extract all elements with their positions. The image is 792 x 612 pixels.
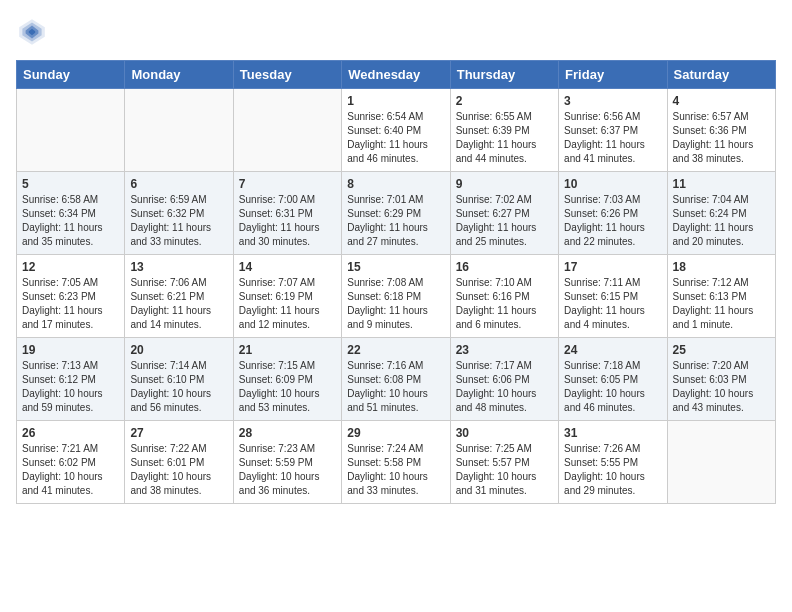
calendar-cell: 27Sunrise: 7:22 AMSunset: 6:01 PMDayligh…: [125, 421, 233, 504]
day-info: Sunrise: 7:22 AMSunset: 6:01 PMDaylight:…: [130, 442, 227, 498]
day-number: 19: [22, 343, 119, 357]
calendar-week-row: 26Sunrise: 7:21 AMSunset: 6:02 PMDayligh…: [17, 421, 776, 504]
day-info: Sunrise: 6:55 AMSunset: 6:39 PMDaylight:…: [456, 110, 553, 166]
logo: [16, 16, 52, 48]
day-number: 17: [564, 260, 661, 274]
day-number: 2: [456, 94, 553, 108]
day-info: Sunrise: 7:13 AMSunset: 6:12 PMDaylight:…: [22, 359, 119, 415]
calendar-cell: 2Sunrise: 6:55 AMSunset: 6:39 PMDaylight…: [450, 89, 558, 172]
calendar-cell: 23Sunrise: 7:17 AMSunset: 6:06 PMDayligh…: [450, 338, 558, 421]
day-number: 4: [673, 94, 770, 108]
day-number: 30: [456, 426, 553, 440]
calendar-cell: 17Sunrise: 7:11 AMSunset: 6:15 PMDayligh…: [559, 255, 667, 338]
calendar-cell: 7Sunrise: 7:00 AMSunset: 6:31 PMDaylight…: [233, 172, 341, 255]
calendar-cell: 16Sunrise: 7:10 AMSunset: 6:16 PMDayligh…: [450, 255, 558, 338]
day-info: Sunrise: 7:05 AMSunset: 6:23 PMDaylight:…: [22, 276, 119, 332]
day-number: 13: [130, 260, 227, 274]
day-info: Sunrise: 6:54 AMSunset: 6:40 PMDaylight:…: [347, 110, 444, 166]
column-header-saturday: Saturday: [667, 61, 775, 89]
column-header-tuesday: Tuesday: [233, 61, 341, 89]
day-info: Sunrise: 7:24 AMSunset: 5:58 PMDaylight:…: [347, 442, 444, 498]
day-number: 22: [347, 343, 444, 357]
day-number: 1: [347, 94, 444, 108]
day-info: Sunrise: 7:01 AMSunset: 6:29 PMDaylight:…: [347, 193, 444, 249]
day-number: 28: [239, 426, 336, 440]
day-number: 27: [130, 426, 227, 440]
day-number: 21: [239, 343, 336, 357]
day-info: Sunrise: 7:11 AMSunset: 6:15 PMDaylight:…: [564, 276, 661, 332]
calendar-cell: 31Sunrise: 7:26 AMSunset: 5:55 PMDayligh…: [559, 421, 667, 504]
column-header-sunday: Sunday: [17, 61, 125, 89]
day-info: Sunrise: 7:15 AMSunset: 6:09 PMDaylight:…: [239, 359, 336, 415]
calendar-cell: 22Sunrise: 7:16 AMSunset: 6:08 PMDayligh…: [342, 338, 450, 421]
day-number: 15: [347, 260, 444, 274]
day-info: Sunrise: 7:04 AMSunset: 6:24 PMDaylight:…: [673, 193, 770, 249]
calendar-cell: 1Sunrise: 6:54 AMSunset: 6:40 PMDaylight…: [342, 89, 450, 172]
calendar-cell: 24Sunrise: 7:18 AMSunset: 6:05 PMDayligh…: [559, 338, 667, 421]
calendar-cell: 12Sunrise: 7:05 AMSunset: 6:23 PMDayligh…: [17, 255, 125, 338]
day-number: 23: [456, 343, 553, 357]
day-number: 3: [564, 94, 661, 108]
calendar-cell: 28Sunrise: 7:23 AMSunset: 5:59 PMDayligh…: [233, 421, 341, 504]
calendar-cell: 8Sunrise: 7:01 AMSunset: 6:29 PMDaylight…: [342, 172, 450, 255]
calendar-cell: 14Sunrise: 7:07 AMSunset: 6:19 PMDayligh…: [233, 255, 341, 338]
day-info: Sunrise: 6:59 AMSunset: 6:32 PMDaylight:…: [130, 193, 227, 249]
calendar-cell: 21Sunrise: 7:15 AMSunset: 6:09 PMDayligh…: [233, 338, 341, 421]
calendar-cell: [125, 89, 233, 172]
calendar-cell: 19Sunrise: 7:13 AMSunset: 6:12 PMDayligh…: [17, 338, 125, 421]
day-info: Sunrise: 7:18 AMSunset: 6:05 PMDaylight:…: [564, 359, 661, 415]
day-number: 10: [564, 177, 661, 191]
day-info: Sunrise: 7:10 AMSunset: 6:16 PMDaylight:…: [456, 276, 553, 332]
day-number: 24: [564, 343, 661, 357]
day-info: Sunrise: 7:06 AMSunset: 6:21 PMDaylight:…: [130, 276, 227, 332]
day-info: Sunrise: 7:12 AMSunset: 6:13 PMDaylight:…: [673, 276, 770, 332]
column-header-monday: Monday: [125, 61, 233, 89]
calendar-table: SundayMondayTuesdayWednesdayThursdayFrid…: [16, 60, 776, 504]
calendar-cell: 6Sunrise: 6:59 AMSunset: 6:32 PMDaylight…: [125, 172, 233, 255]
calendar-cell: [233, 89, 341, 172]
calendar-cell: 18Sunrise: 7:12 AMSunset: 6:13 PMDayligh…: [667, 255, 775, 338]
calendar-cell: 4Sunrise: 6:57 AMSunset: 6:36 PMDaylight…: [667, 89, 775, 172]
calendar-week-row: 12Sunrise: 7:05 AMSunset: 6:23 PMDayligh…: [17, 255, 776, 338]
day-info: Sunrise: 7:08 AMSunset: 6:18 PMDaylight:…: [347, 276, 444, 332]
day-info: Sunrise: 7:26 AMSunset: 5:55 PMDaylight:…: [564, 442, 661, 498]
day-number: 5: [22, 177, 119, 191]
column-header-thursday: Thursday: [450, 61, 558, 89]
calendar-cell: 15Sunrise: 7:08 AMSunset: 6:18 PMDayligh…: [342, 255, 450, 338]
day-number: 20: [130, 343, 227, 357]
day-info: Sunrise: 7:17 AMSunset: 6:06 PMDaylight:…: [456, 359, 553, 415]
day-number: 25: [673, 343, 770, 357]
day-number: 16: [456, 260, 553, 274]
calendar-cell: 5Sunrise: 6:58 AMSunset: 6:34 PMDaylight…: [17, 172, 125, 255]
day-info: Sunrise: 7:21 AMSunset: 6:02 PMDaylight:…: [22, 442, 119, 498]
day-info: Sunrise: 6:56 AMSunset: 6:37 PMDaylight:…: [564, 110, 661, 166]
day-number: 18: [673, 260, 770, 274]
calendar-cell: 10Sunrise: 7:03 AMSunset: 6:26 PMDayligh…: [559, 172, 667, 255]
calendar-cell: 26Sunrise: 7:21 AMSunset: 6:02 PMDayligh…: [17, 421, 125, 504]
day-info: Sunrise: 6:58 AMSunset: 6:34 PMDaylight:…: [22, 193, 119, 249]
day-number: 26: [22, 426, 119, 440]
day-info: Sunrise: 7:25 AMSunset: 5:57 PMDaylight:…: [456, 442, 553, 498]
calendar-cell: 3Sunrise: 6:56 AMSunset: 6:37 PMDaylight…: [559, 89, 667, 172]
day-info: Sunrise: 7:20 AMSunset: 6:03 PMDaylight:…: [673, 359, 770, 415]
calendar-cell: 30Sunrise: 7:25 AMSunset: 5:57 PMDayligh…: [450, 421, 558, 504]
day-info: Sunrise: 7:00 AMSunset: 6:31 PMDaylight:…: [239, 193, 336, 249]
calendar-cell: 13Sunrise: 7:06 AMSunset: 6:21 PMDayligh…: [125, 255, 233, 338]
day-info: Sunrise: 7:14 AMSunset: 6:10 PMDaylight:…: [130, 359, 227, 415]
day-number: 7: [239, 177, 336, 191]
calendar-cell: 29Sunrise: 7:24 AMSunset: 5:58 PMDayligh…: [342, 421, 450, 504]
day-number: 11: [673, 177, 770, 191]
calendar-header-row: SundayMondayTuesdayWednesdayThursdayFrid…: [17, 61, 776, 89]
day-info: Sunrise: 7:07 AMSunset: 6:19 PMDaylight:…: [239, 276, 336, 332]
calendar-cell: 11Sunrise: 7:04 AMSunset: 6:24 PMDayligh…: [667, 172, 775, 255]
calendar-cell: [17, 89, 125, 172]
calendar-week-row: 19Sunrise: 7:13 AMSunset: 6:12 PMDayligh…: [17, 338, 776, 421]
day-number: 8: [347, 177, 444, 191]
day-number: 9: [456, 177, 553, 191]
column-header-wednesday: Wednesday: [342, 61, 450, 89]
day-info: Sunrise: 7:23 AMSunset: 5:59 PMDaylight:…: [239, 442, 336, 498]
calendar-cell: 20Sunrise: 7:14 AMSunset: 6:10 PMDayligh…: [125, 338, 233, 421]
page-header: [16, 16, 776, 48]
calendar-week-row: 1Sunrise: 6:54 AMSunset: 6:40 PMDaylight…: [17, 89, 776, 172]
calendar-cell: [667, 421, 775, 504]
